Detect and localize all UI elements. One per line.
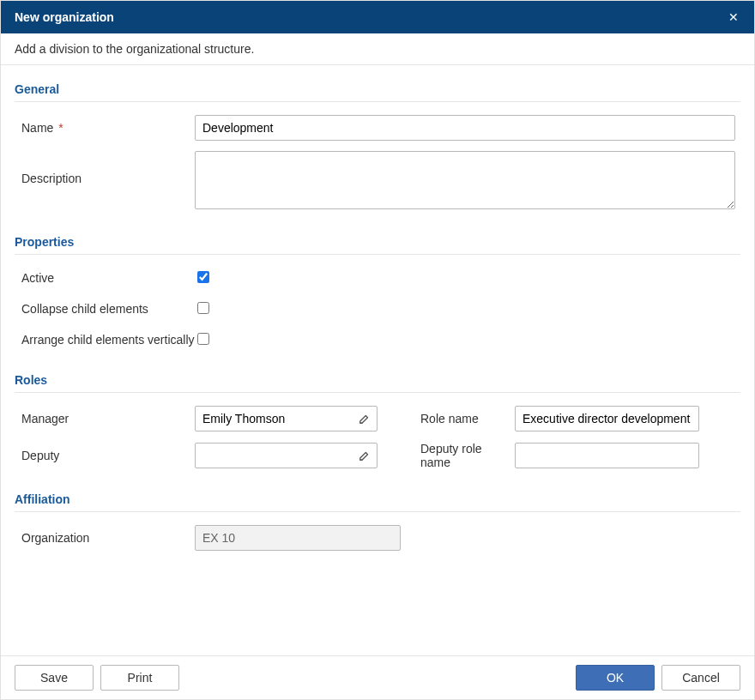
section-roles: Roles Manager <box>15 373 740 472</box>
close-icon[interactable]: ✕ <box>725 8 742 27</box>
cancel-button[interactable]: Cancel <box>661 665 740 691</box>
ok-button[interactable]: OK <box>576 665 655 691</box>
dialog-titlebar: New organization ✕ <box>1 1 754 33</box>
print-button[interactable]: Print <box>100 665 179 691</box>
label-organization: Organization <box>15 531 195 545</box>
section-properties: Properties Active Collapse child element… <box>15 235 740 353</box>
dialog-subtitle: Add a division to the organizational str… <box>1 33 754 65</box>
label-deputy-rolename: Deputy role name <box>378 442 515 469</box>
required-mark: * <box>58 121 63 135</box>
row-description: Description <box>15 148 740 214</box>
save-button[interactable]: Save <box>15 665 94 691</box>
edit-icon[interactable] <box>359 413 371 425</box>
dialog-footer: Save Print OK Cancel <box>1 655 754 699</box>
label-deputy: Deputy <box>15 449 195 462</box>
row-organization: Organization <box>15 522 740 553</box>
organization-input <box>195 525 401 551</box>
row-deputy: Deputy <box>15 439 740 472</box>
rolename-input[interactable] <box>515 406 699 431</box>
description-textarea[interactable] <box>195 151 735 209</box>
deputy-input[interactable] <box>195 443 378 468</box>
collapse-checkbox[interactable] <box>197 302 209 314</box>
manager-input[interactable] <box>195 406 378 431</box>
row-name: Name * <box>15 112 740 143</box>
arrange-checkbox[interactable] <box>197 333 209 345</box>
section-title-properties: Properties <box>15 235 740 255</box>
edit-icon[interactable] <box>359 450 371 462</box>
label-manager: Manager <box>15 412 195 425</box>
dialog-content: General Name * Description Properties Ac… <box>1 65 754 655</box>
section-general: General Name * Description <box>15 82 740 214</box>
section-title-affiliation: Affiliation <box>15 492 740 512</box>
section-title-general: General <box>15 82 740 102</box>
dialog-title: New organization <box>15 10 114 24</box>
section-affiliation: Affiliation Organization <box>15 492 740 553</box>
label-arrange: Arrange child elements vertically <box>15 333 195 347</box>
name-input[interactable] <box>195 115 735 141</box>
label-name: Name * <box>15 121 195 135</box>
deputy-rolename-input[interactable] <box>515 443 699 468</box>
row-arrange: Arrange child elements vertically <box>15 327 740 353</box>
label-collapse: Collapse child elements <box>15 302 195 316</box>
section-title-roles: Roles <box>15 373 740 393</box>
label-active: Active <box>15 271 195 285</box>
label-description: Description <box>15 151 195 185</box>
row-collapse: Collapse child elements <box>15 296 740 322</box>
row-active: Active <box>15 265 740 291</box>
row-manager: Manager <box>15 403 740 434</box>
active-checkbox[interactable] <box>197 271 209 283</box>
label-rolename: Role name <box>378 412 515 425</box>
